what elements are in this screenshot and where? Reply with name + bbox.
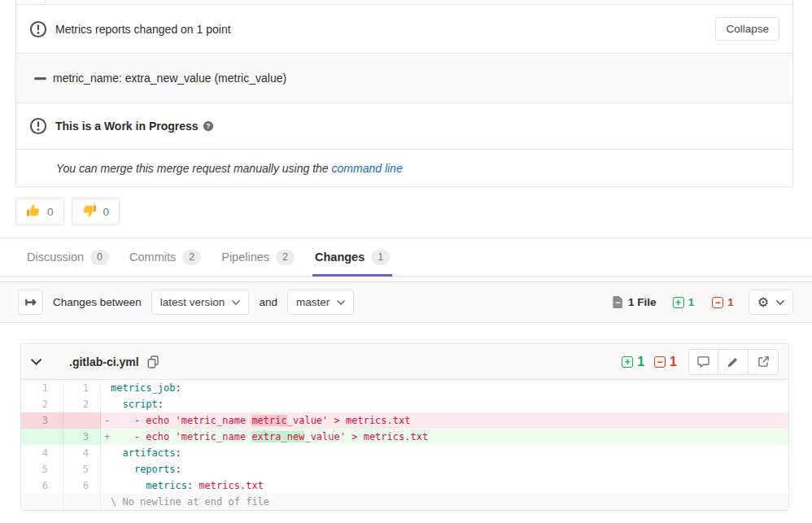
pencil-icon — [727, 356, 739, 368]
code-segment: reports — [134, 464, 176, 475]
new-line-number[interactable]: 4 — [63, 445, 101, 461]
old-line-number[interactable] — [21, 429, 63, 445]
metrics-report-section: Metrics reports changed on 1 point Colla… — [16, 5, 792, 53]
file-action-buttons — [688, 349, 779, 375]
comment-icon — [697, 355, 709, 368]
edit-file-button[interactable] — [718, 349, 749, 375]
line-content: artifacts: — [101, 445, 788, 461]
mr-widget-cutoff-section — [16, 0, 792, 5]
diff-line: 11metrics_job: — [21, 380, 788, 396]
mr-widget: Metrics reports changed on 1 point Colla… — [15, 0, 793, 187]
tab-changes[interactable]: Changes 1 — [312, 238, 392, 276]
new-line-number[interactable] — [63, 494, 101, 510]
copy-file-path-icon[interactable] — [147, 355, 159, 368]
collapse-button[interactable]: Collapse — [715, 17, 779, 41]
code-segment: : — [158, 399, 164, 410]
old-line-number[interactable]: 6 — [21, 477, 63, 494]
diff-stats: 1 File + 1 − 1 ⚙ — [613, 290, 793, 315]
target-branch-value: master — [296, 296, 330, 308]
tab-pipelines[interactable]: Pipelines 2 — [219, 238, 297, 276]
minus-square-icon: − — [712, 297, 723, 308]
diff-file-actions: + 1 − 1 — [622, 349, 779, 375]
diff-settings-dropdown[interactable]: ⚙ — [749, 290, 793, 315]
gear-icon: ⚙ — [757, 296, 769, 309]
target-branch-dropdown[interactable]: master — [287, 290, 354, 315]
thumbs-up-icon — [26, 203, 41, 220]
tab-discussion[interactable]: Discussion 0 — [24, 238, 111, 276]
source-version-value: latest version — [160, 296, 225, 308]
tab-count-badge: 2 — [182, 250, 201, 265]
code-segment: : — [187, 480, 199, 491]
and-label: and — [259, 296, 277, 308]
metrics-report-summary: Metrics reports changed on 1 point — [55, 23, 231, 36]
thumbs-up-button[interactable]: 0 — [15, 198, 64, 225]
chevron-down-icon — [776, 300, 784, 305]
help-question-icon[interactable]: ? — [203, 120, 214, 132]
file-name[interactable]: .gitlab-ci.yml — [69, 355, 139, 368]
file-additions-stat: + 1 — [622, 355, 644, 369]
tab-label: Pipelines — [221, 251, 269, 264]
code-segment: _value' > metrics.txt — [287, 415, 411, 426]
line-content: script: — [101, 396, 788, 412]
merge-manually-prefix: You can merge this merge request manuall… — [56, 162, 332, 175]
source-version-dropdown[interactable]: latest version — [151, 290, 250, 315]
metric-change-row: metric_name: extra_new_value (metric_val… — [16, 53, 792, 102]
code-segment: script — [122, 399, 157, 410]
diff-marker: + — [104, 429, 110, 445]
old-line-number[interactable] — [21, 494, 63, 510]
collapse-file-chevron-icon[interactable] — [31, 359, 41, 365]
code-segment: metric — [251, 415, 286, 426]
plus-square-icon: + — [673, 297, 684, 308]
line-content: reports: — [101, 461, 788, 477]
file-additions-count: 1 — [637, 355, 644, 369]
old-line-number[interactable]: 2 — [21, 396, 63, 412]
plus-square-icon: + — [622, 356, 633, 368]
code-segment: - echo 'metric_name — [111, 431, 251, 442]
old-line-number[interactable]: 3 — [21, 412, 63, 429]
file-deletions-stat: − 1 — [654, 355, 677, 369]
old-line-number[interactable]: 1 — [21, 380, 63, 396]
new-line-number[interactable]: 3 — [63, 429, 101, 445]
thumbs-down-button[interactable]: 0 — [72, 198, 120, 225]
changes-between-label: Changes between — [53, 296, 142, 308]
svg-text:?: ? — [206, 122, 210, 130]
code-segment — [111, 447, 122, 459]
file-deletions-count: 1 — [670, 355, 677, 369]
code-segment: : — [175, 382, 181, 394]
chevron-down-icon — [232, 300, 240, 305]
new-line-number[interactable]: 1 — [63, 380, 101, 396]
diff-file-header: .gitlab-ci.yml + 1 − 1 — [21, 344, 788, 380]
file-tree-toggle-button[interactable]: ↦ — [18, 290, 43, 315]
code-segment: \ No newline at end of file — [111, 496, 269, 508]
old-line-number[interactable]: 5 — [21, 461, 63, 477]
diff-line: 3- - echo 'metric_name metric_value' > m… — [21, 412, 788, 429]
new-line-number[interactable]: 2 — [63, 396, 101, 412]
wip-text: This is a Work in Progress — [55, 120, 199, 133]
code-segment: extra_new — [251, 431, 304, 442]
line-content: - - echo 'metric_name metric_value' > me… — [101, 412, 788, 429]
new-line-number[interactable]: 6 — [63, 477, 101, 494]
warning-circle-icon — [29, 20, 47, 38]
metric-change-text: metric_name: extra_new_value (metric_val… — [53, 72, 286, 85]
file-count: 1 File — [613, 296, 657, 308]
thumbs-down-icon — [82, 203, 97, 220]
old-line-number[interactable]: 4 — [21, 445, 63, 461]
view-file-button[interactable] — [749, 349, 779, 375]
code-segment — [111, 480, 146, 491]
new-line-number[interactable]: 5 — [63, 461, 101, 477]
line-content: \ No newline at end of file — [101, 494, 788, 510]
code-segment: : — [175, 464, 181, 475]
thumbs-up-count: 0 — [47, 206, 54, 218]
new-line-number[interactable] — [63, 412, 101, 429]
tab-label: Commits — [129, 251, 176, 264]
diff-marker: - — [104, 412, 110, 429]
warning-circle-icon — [29, 117, 47, 135]
tab-commits[interactable]: Commits 2 — [127, 238, 203, 276]
toggle-comments-button[interactable] — [688, 349, 718, 375]
command-line-link[interactable]: command line — [332, 162, 403, 175]
code-segment: _value' > metrics.txt — [304, 431, 428, 442]
thumbs-down-count: 0 — [103, 206, 110, 218]
deletions-stat: − 1 — [712, 296, 734, 308]
code-segment: - echo 'metric_name — [111, 415, 251, 426]
code-segment: artifacts — [122, 447, 175, 459]
